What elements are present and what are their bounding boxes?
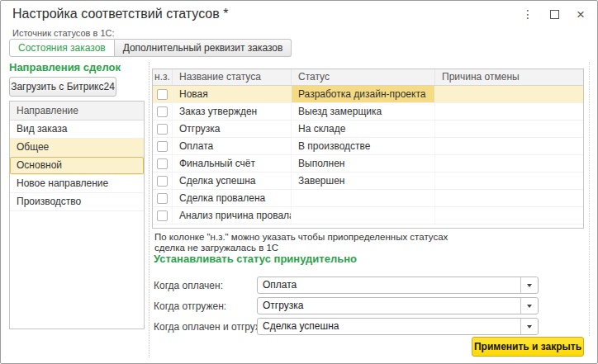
status-cell[interactable]: Разработка дизайн-проекта bbox=[292, 86, 435, 102]
maximize-square-glyph bbox=[550, 10, 559, 19]
nz-cell bbox=[153, 207, 173, 224]
nz-checkbox[interactable] bbox=[157, 124, 168, 135]
status-row[interactable]: Финальный счётВыполнен bbox=[153, 155, 583, 173]
nz-cell bbox=[153, 173, 173, 189]
direction-list-body: Вид заказаОбщееОсновнойНовое направление… bbox=[10, 121, 144, 211]
status-mapping-window: Настройка соответствий статусов * ⋮ × Ис… bbox=[0, 0, 598, 364]
nz-column-note-line1: По колонке "н.з." можно указать чтобы пр… bbox=[154, 232, 448, 243]
status-cell[interactable]: Завершен bbox=[292, 173, 435, 189]
cancel-reason-cell[interactable] bbox=[435, 103, 583, 120]
tab-additional-attribute[interactable]: Дополнительный реквизит заказов bbox=[115, 39, 292, 57]
status-cell[interactable]: В производстве bbox=[292, 138, 435, 154]
direction-row[interactable]: Общее bbox=[10, 139, 144, 157]
pane-splitter[interactable] bbox=[149, 62, 150, 357]
maximize-icon[interactable] bbox=[544, 5, 564, 23]
status-mapping-table: н.з.Название статусаСтатусПричина отмены… bbox=[152, 69, 584, 229]
status-name-cell[interactable]: Сделка успешна bbox=[173, 173, 292, 189]
status-row[interactable]: ОтгрузкаНа складе bbox=[153, 121, 583, 138]
nz-cell bbox=[153, 86, 173, 102]
status-row[interactable]: Сделка провалена bbox=[153, 190, 583, 207]
when-paid-and-shipped-dropdown-button[interactable] bbox=[520, 319, 538, 334]
force-status-title: Устанавливать статус принудительно bbox=[154, 253, 357, 265]
nz-column-note: По колонке "н.з." можно указать чтобы пр… bbox=[154, 232, 448, 253]
chevron-down-icon bbox=[527, 325, 532, 329]
right-margin-splitter[interactable] bbox=[589, 62, 590, 336]
cancel-reason-cell[interactable] bbox=[435, 173, 583, 189]
chevron-down-icon bbox=[527, 305, 532, 308]
nz-checkbox[interactable] bbox=[157, 106, 168, 117]
cancel-reason-cell[interactable] bbox=[435, 121, 583, 137]
nz-checkbox[interactable] bbox=[157, 193, 168, 204]
status-name-cell[interactable]: Отгрузка bbox=[173, 121, 292, 137]
deal-directions-title: Направления сделок bbox=[9, 61, 121, 73]
status-row[interactable]: Сделка успешнаЗавершен bbox=[153, 173, 583, 190]
column-header[interactable]: Название статуса bbox=[173, 69, 292, 85]
cancel-reason-cell[interactable] bbox=[435, 155, 583, 172]
page-title: Настройка соответствий статусов * bbox=[12, 7, 228, 21]
nz-cell bbox=[153, 155, 173, 172]
status-source-tabs: Состояния заказов Дополнительный реквизи… bbox=[9, 39, 292, 57]
status-table-header: н.з.Название статусаСтатусПричина отмены bbox=[153, 69, 583, 86]
when-paid-and-shipped-value[interactable]: Сделка успешна bbox=[258, 319, 520, 334]
column-header[interactable]: Статус bbox=[292, 69, 435, 85]
direction-list: Направление Вид заказаОбщееОсновнойНовое… bbox=[9, 101, 145, 329]
nz-cell bbox=[153, 138, 173, 154]
status-row[interactable]: ОплатаВ производстве bbox=[153, 138, 583, 155]
column-header[interactable]: н.з. bbox=[153, 69, 173, 85]
cancel-reason-cell[interactable] bbox=[435, 86, 583, 102]
status-row[interactable]: Анализ причина провала bbox=[153, 207, 583, 225]
status-name-cell[interactable]: Сделка провалена bbox=[173, 190, 292, 206]
status-cell[interactable]: Выезд замерщика bbox=[292, 103, 435, 120]
status-name-cell[interactable]: Финальный счёт bbox=[173, 155, 292, 172]
nz-checkbox[interactable] bbox=[157, 176, 168, 187]
cancel-reason-cell[interactable] bbox=[435, 190, 583, 206]
status-table-body: НоваяРазработка дизайн-проектаЗаказ утве… bbox=[153, 86, 583, 225]
nz-cell bbox=[153, 121, 173, 137]
cancel-reason-cell[interactable] bbox=[435, 207, 583, 224]
close-icon[interactable]: × bbox=[571, 5, 591, 23]
nz-cell bbox=[153, 103, 173, 120]
load-from-bitrix24-button[interactable]: Загрузить с Битрикс24 bbox=[9, 77, 116, 97]
when-shipped-label: Когда отгружен: bbox=[154, 300, 226, 312]
status-name-cell[interactable]: Новая bbox=[173, 86, 292, 102]
chevron-down-icon bbox=[527, 284, 532, 287]
status-source-label: Источник статусов в 1С: bbox=[12, 28, 115, 38]
status-name-cell[interactable]: Оплата bbox=[173, 138, 292, 154]
status-name-cell[interactable]: Анализ причина провала bbox=[173, 207, 292, 224]
direction-row[interactable]: Основной bbox=[10, 157, 144, 175]
status-cell[interactable] bbox=[292, 190, 435, 206]
nz-cell bbox=[153, 190, 173, 206]
status-name-cell[interactable]: Заказ утвержден bbox=[173, 103, 292, 120]
status-cell[interactable]: Выполнен bbox=[292, 155, 435, 172]
nz-checkbox[interactable] bbox=[157, 89, 168, 100]
when-paid-dropdown-button[interactable] bbox=[520, 277, 538, 293]
when-paid-and-shipped-combo[interactable]: Сделка успешна bbox=[257, 318, 539, 335]
column-header[interactable]: Причина отмены bbox=[435, 69, 583, 85]
nz-checkbox[interactable] bbox=[157, 210, 168, 221]
status-cell[interactable] bbox=[292, 207, 435, 224]
direction-row[interactable]: Производство bbox=[10, 193, 144, 211]
nz-checkbox[interactable] bbox=[157, 158, 168, 169]
apply-and-close-button[interactable]: Применить и закрыть bbox=[472, 337, 584, 357]
cancel-reason-cell[interactable] bbox=[435, 138, 583, 154]
when-shipped-dropdown-button[interactable] bbox=[520, 298, 538, 314]
when-shipped-value[interactable]: Отгрузка bbox=[258, 298, 520, 314]
direction-row[interactable]: Вид заказа bbox=[10, 121, 144, 139]
nz-checkbox[interactable] bbox=[157, 141, 168, 152]
status-cell[interactable]: На складе bbox=[292, 121, 435, 137]
window-controls: ⋮ × bbox=[518, 5, 591, 23]
status-row[interactable]: Заказ утвержденВыезд замерщика bbox=[153, 103, 583, 121]
tab-order-states[interactable]: Состояния заказов bbox=[9, 39, 115, 57]
direction-row[interactable]: Новое направление bbox=[10, 175, 144, 193]
when-paid-label: Когда оплачен: bbox=[154, 280, 223, 291]
when-paid-combo[interactable]: Оплата bbox=[257, 277, 539, 294]
when-shipped-combo[interactable]: Отгрузка bbox=[257, 297, 539, 314]
direction-list-header[interactable]: Направление bbox=[10, 102, 144, 121]
when-paid-value[interactable]: Оплата bbox=[258, 277, 520, 293]
status-row[interactable]: НоваяРазработка дизайн-проекта bbox=[153, 86, 583, 103]
menu-icon[interactable]: ⋮ bbox=[518, 5, 538, 23]
